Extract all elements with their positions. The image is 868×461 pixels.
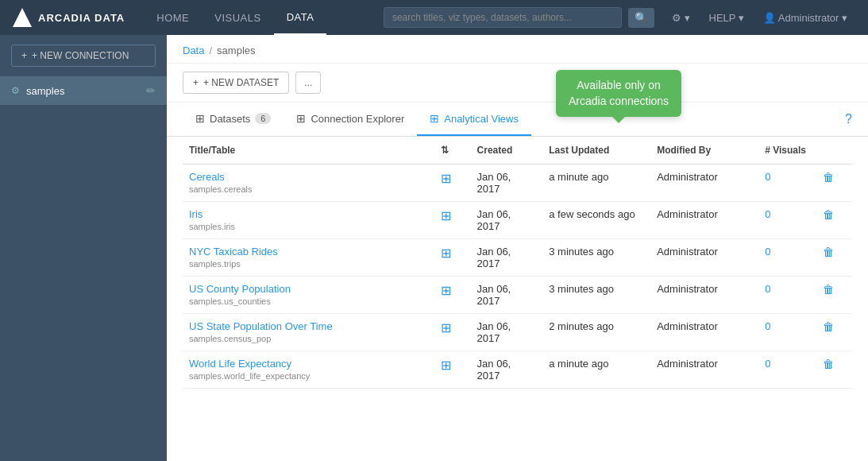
updated-table-header: Last Updated (542, 137, 650, 165)
row-updated: a minute ago (542, 351, 650, 389)
row-subtitle: samples.world_life_expectancy (189, 371, 428, 381)
row-subtitle: samples.census_pop (189, 334, 428, 343)
nav-visuals[interactable]: VISUALS (202, 0, 273, 35)
user-nav-item[interactable]: 👤 Administrator ▾ (755, 12, 855, 24)
dataset-type-icon: ⊞ (441, 246, 451, 260)
row-title[interactable]: Cereals (189, 171, 428, 183)
created-table-header: Created (471, 137, 543, 165)
visuals-table-header: # Visuals (758, 137, 816, 165)
row-subtitle: samples.cereals (189, 184, 428, 194)
sidebar-item-label: samples (26, 85, 64, 97)
sidebar-item-samples[interactable]: ⚙ samples ✏ (0, 76, 167, 105)
modified-table-header: Modified By (650, 137, 758, 165)
row-title[interactable]: NYC Taxicab Rides (189, 246, 428, 258)
dataset-type-icon: ⊞ (441, 321, 451, 335)
row-created: Jan 06, 2017 (471, 165, 543, 202)
sort-icon: ⇅ (441, 145, 449, 156)
row-modified-by: Administrator (650, 165, 758, 202)
row-updated: 3 minutes ago (542, 277, 650, 314)
main-content: Data / samples + + NEW DATASET ... Avail… (167, 35, 868, 461)
nav-data[interactable]: DATA (274, 0, 327, 35)
row-title[interactable]: Iris (189, 208, 428, 220)
tooltip-balloon: Available only on Arcadia connections (556, 70, 681, 117)
datasets-tab-badge: 6 (255, 113, 271, 124)
tooltip-line1: Available only on (577, 79, 661, 91)
nav-search: 🔍 (384, 7, 654, 28)
dataset-type-icon: ⊞ (441, 284, 451, 297)
title-table-header[interactable]: Title/Table (183, 137, 434, 165)
new-dataset-button[interactable]: + + NEW DATASET (183, 72, 289, 94)
settings-nav-item[interactable]: ⚙ ▾ (664, 12, 698, 24)
row-visuals-count[interactable]: 0 (765, 208, 770, 220)
table-row: US County Population samples.us_counties… (183, 277, 852, 314)
connection-explorer-tab-icon: ⊞ (296, 112, 306, 125)
connection-icon: ⚙ (11, 85, 20, 96)
datasets-table: Title/Table ⇅ Created Last Updated Modif (183, 137, 852, 389)
tab-connection-explorer[interactable]: ⊞ Connection Explorer (284, 103, 417, 136)
created-header-label: Created (477, 145, 513, 156)
search-input[interactable] (384, 7, 622, 28)
ellipsis-label: ... (304, 77, 312, 88)
new-dataset-label: + NEW DATASET (203, 77, 279, 88)
row-updated: a minute ago (542, 165, 650, 202)
table-row: Cereals samples.cereals ⊞ Jan 06, 2017 a… (183, 165, 852, 202)
table-wrap: Title/Table ⇅ Created Last Updated Modif (167, 137, 868, 389)
row-visuals-count[interactable]: 0 (765, 171, 770, 183)
row-visuals-count[interactable]: 0 (765, 358, 770, 370)
logo-text: ARCADIA DATA (38, 12, 125, 24)
row-modified-by: Administrator (650, 239, 758, 277)
row-created: Jan 06, 2017 (471, 277, 543, 314)
nav-home[interactable]: HOME (144, 0, 202, 35)
breadcrumb-current: samples (217, 45, 255, 56)
row-title[interactable]: World Life Expectancy (189, 358, 428, 370)
help-circle-icon[interactable]: ? (845, 112, 852, 126)
main-layout: + + NEW CONNECTION ⚙ samples ✏ Data / sa… (0, 35, 868, 461)
row-created: Jan 06, 2017 (471, 314, 543, 351)
row-modified-by: Administrator (650, 277, 758, 314)
delete-row-icon[interactable]: 🗑 (823, 283, 834, 296)
dataset-type-icon: ⊞ (441, 358, 451, 372)
search-button[interactable]: 🔍 (628, 8, 654, 28)
delete-row-icon[interactable]: 🗑 (823, 246, 834, 258)
visuals-header-label: # Visuals (765, 145, 806, 156)
nav-right: ⚙ ▾ HELP ▾ 👤 Administrator ▾ (664, 12, 855, 24)
delete-row-icon[interactable]: 🗑 (823, 320, 834, 333)
sidebar: + + NEW CONNECTION ⚙ samples ✏ (0, 35, 167, 461)
row-title[interactable]: US State Population Over Time (189, 320, 428, 332)
breadcrumb-parent[interactable]: Data (183, 45, 204, 56)
row-visuals-count[interactable]: 0 (765, 320, 770, 332)
row-created: Jan 06, 2017 (471, 351, 543, 389)
row-visuals-count[interactable]: 0 (765, 246, 770, 258)
new-connection-button[interactable]: + + NEW CONNECTION (11, 45, 156, 67)
delete-row-icon[interactable]: 🗑 (823, 171, 834, 184)
sidebar-new-connection-section: + + NEW CONNECTION (0, 35, 167, 76)
more-options-button[interactable]: ... (295, 72, 321, 94)
row-created: Jan 06, 2017 (471, 202, 543, 239)
breadcrumb-separator: / (209, 45, 212, 56)
row-title[interactable]: US County Population (189, 283, 428, 295)
new-connection-label: + NEW CONNECTION (32, 50, 129, 61)
actions-table-header (816, 137, 852, 165)
row-updated: 3 minutes ago (542, 239, 650, 277)
tab-datasets[interactable]: ⊞ Datasets 6 (183, 103, 284, 136)
sort-table-header[interactable]: ⇅ (434, 137, 470, 165)
row-created: Jan 06, 2017 (471, 239, 543, 277)
table-row: NYC Taxicab Rides samples.trips ⊞ Jan 06… (183, 239, 852, 277)
connection-explorer-tab-label: Connection Explorer (311, 113, 404, 125)
delete-row-icon[interactable]: 🗑 (823, 358, 834, 370)
row-visuals-count[interactable]: 0 (765, 283, 770, 295)
updated-header-label: Last Updated (549, 145, 609, 156)
row-modified-by: Administrator (650, 202, 758, 239)
row-subtitle: samples.trips (189, 259, 428, 269)
edit-icon[interactable]: ✏ (146, 84, 156, 97)
row-modified-by: Administrator (650, 351, 758, 389)
delete-row-icon[interactable]: 🗑 (823, 208, 834, 221)
analytical-views-tab-label: Analytical Views (444, 113, 519, 125)
tab-analytical-views[interactable]: ⊞ Analytical Views (417, 103, 531, 136)
help-nav-item[interactable]: HELP ▾ (701, 12, 752, 24)
plus-icon: + (21, 50, 27, 61)
dataset-type-icon: ⊞ (441, 209, 451, 223)
datasets-tab-icon: ⊞ (195, 112, 205, 125)
row-subtitle: samples.us_counties (189, 296, 428, 306)
modified-header-label: Modified By (657, 145, 711, 156)
